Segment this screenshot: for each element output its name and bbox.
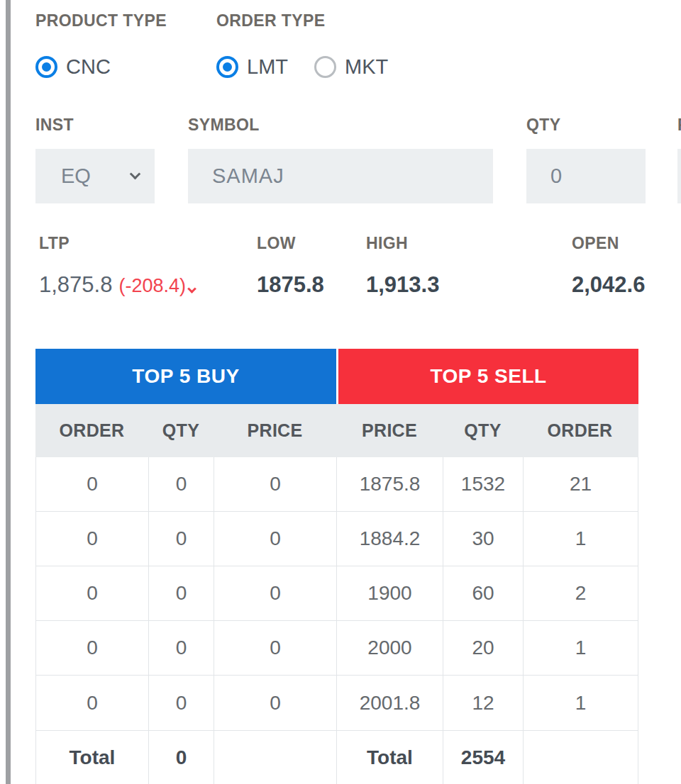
depth-total-row: Total 0 Total 2554 (35, 730, 638, 784)
sell-qty-cell: 12 (443, 676, 524, 730)
sell-qty-cell: 20 (443, 621, 524, 675)
buy-price-cell[interactable]: 0 (214, 566, 337, 620)
col-buy-price: PRICE (214, 420, 336, 441)
sell-qty-cell: 1532 (443, 457, 524, 511)
radio-selected-icon (35, 56, 57, 78)
depth-column-headers: ORDER QTY PRICE PRICE QTY ORDER (35, 404, 638, 457)
sell-price-cell[interactable]: 2001.8 (337, 676, 443, 730)
sell-qty-cell: 60 (443, 566, 524, 620)
buy-total-qty: 0 (149, 731, 214, 784)
depth-row: 0 0 0 1875.8 1532 21 (36, 457, 638, 512)
col-buy-qty: QTY (148, 420, 214, 441)
open-label: OPEN (572, 234, 619, 253)
qty-input[interactable] (526, 149, 646, 203)
sell-total-qty: 2554 (443, 731, 524, 784)
sell-total-label: Total (337, 731, 443, 784)
sell-price-cell[interactable]: 2000 (337, 621, 443, 675)
buy-order-cell: 0 (36, 676, 149, 730)
depth-row: 0 0 0 1884.2 30 1 (36, 512, 638, 566)
sell-price-cell[interactable]: 1900 (337, 566, 443, 620)
sell-qty-cell: 30 (443, 512, 524, 566)
depth-row: 0 0 0 1900 60 2 (36, 566, 638, 621)
inst-select-value: EQ (61, 164, 91, 188)
top5-sell-header: TOP 5 SELL (338, 349, 638, 404)
radio-unselected-icon (314, 56, 336, 78)
depth-header: TOP 5 BUY TOP 5 SELL (35, 349, 638, 404)
high-value: 1,913.3 (366, 272, 439, 298)
radio-cnc-label: CNC (66, 55, 111, 79)
buy-order-cell: 0 (36, 621, 149, 675)
order-type-label: ORDER TYPE (216, 11, 326, 30)
ltp-label: LTP (39, 234, 70, 253)
product-type-label: PRODUCT TYPE (35, 11, 167, 30)
radio-lmt[interactable]: LMT (216, 55, 288, 79)
col-sell-price: PRICE (336, 420, 443, 441)
sell-order-cell: 2 (524, 566, 638, 620)
radio-lmt-label: LMT (247, 55, 288, 79)
col-buy-order: ORDER (35, 420, 148, 441)
buy-qty-cell: 0 (149, 512, 214, 566)
sell-order-cell: 1 (524, 512, 638, 566)
ltp-value-group: 1,875.8 (-208.4) (39, 272, 195, 298)
radio-selected-icon (216, 56, 238, 78)
sell-price-cell[interactable]: 1884.2 (337, 512, 443, 566)
buy-price-cell[interactable]: 0 (214, 512, 337, 566)
buy-qty-cell: 0 (149, 457, 214, 511)
high-label: HIGH (366, 234, 408, 253)
buy-qty-cell: 0 (149, 566, 214, 620)
symbol-input[interactable] (188, 149, 493, 203)
sell-order-cell: 1 (524, 676, 638, 730)
buy-price-cell[interactable]: 0 (214, 621, 337, 675)
depth-row: 0 0 0 2000 20 1 (36, 621, 638, 676)
radio-mkt-label: MKT (345, 55, 388, 79)
inst-label: INST (35, 116, 74, 135)
chevron-down-icon (130, 169, 141, 180)
sell-order-cell: 21 (524, 457, 638, 511)
buy-price-cell[interactable]: 0 (214, 457, 337, 511)
qty-label: QTY (526, 116, 560, 135)
empty-cell (524, 731, 638, 784)
ltp-value: 1,875.8 (39, 272, 112, 298)
buy-price-cell[interactable]: 0 (214, 676, 337, 730)
ltp-expand-chevron-icon[interactable] (187, 284, 196, 293)
buy-order-cell: 0 (36, 566, 149, 620)
inst-select[interactable]: EQ (35, 149, 155, 203)
buy-total-label: Total (36, 731, 149, 784)
buy-qty-cell: 0 (149, 621, 214, 675)
market-depth-table: TOP 5 BUY TOP 5 SELL ORDER QTY PRICE PRI… (35, 349, 638, 784)
price-label: PRICE (677, 116, 681, 135)
price-input[interactable] (677, 149, 681, 203)
col-sell-order: ORDER (523, 420, 637, 441)
col-sell-qty: QTY (443, 420, 523, 441)
radio-cnc[interactable]: CNC (35, 55, 111, 79)
buy-order-cell: 0 (36, 512, 149, 566)
open-value: 2,042.6 (572, 272, 645, 298)
top5-buy-header: TOP 5 BUY (35, 349, 336, 404)
panel-divider (6, 0, 11, 784)
buy-qty-cell: 0 (149, 676, 214, 730)
low-label: LOW (257, 234, 296, 253)
depth-rows: 0 0 0 1875.8 1532 21 0 0 0 1884.2 30 1 0… (35, 457, 638, 730)
ltp-change: (-208.4) (118, 275, 186, 297)
depth-row: 0 0 0 2001.8 12 1 (36, 676, 638, 730)
empty-cell (214, 731, 337, 784)
sell-order-cell: 1 (524, 621, 638, 675)
sell-price-cell[interactable]: 1875.8 (337, 457, 443, 511)
low-value: 1875.8 (257, 272, 324, 298)
radio-mkt[interactable]: MKT (314, 55, 388, 79)
buy-order-cell: 0 (36, 457, 149, 511)
symbol-label: SYMBOL (188, 116, 260, 135)
